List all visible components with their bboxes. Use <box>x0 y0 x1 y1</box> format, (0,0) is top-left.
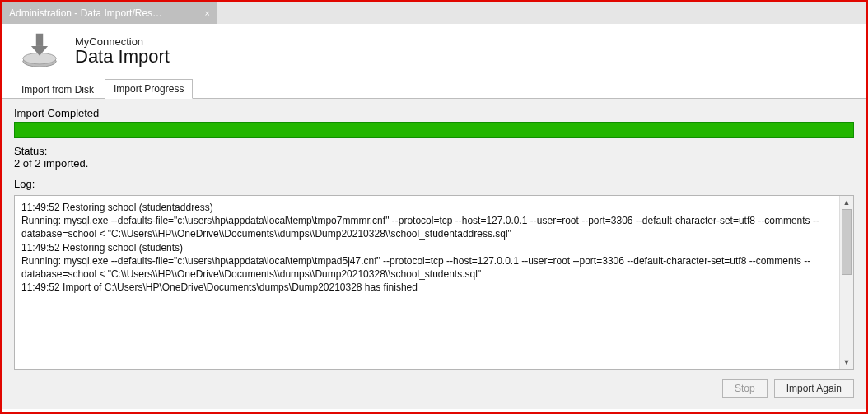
close-icon[interactable]: × <box>205 8 210 18</box>
log-scrollbar[interactable]: ▲ ▼ <box>839 196 853 369</box>
import-again-button[interactable]: Import Again <box>774 379 854 398</box>
scroll-up-icon[interactable]: ▲ <box>842 198 852 207</box>
svg-rect-2 <box>36 34 43 46</box>
log-line: 11:49:52 Import of C:\Users\HP\OneDrive\… <box>21 281 833 294</box>
scroll-thumb[interactable] <box>842 209 852 275</box>
log-line: Running: mysql.exe --defaults-file="c:\u… <box>21 214 833 240</box>
window-tab-title: Administration - Data Import/Res… <box>9 7 162 19</box>
page-title: Data Import <box>75 46 170 67</box>
stop-button[interactable]: Stop <box>722 379 768 398</box>
page-header: MyConnection Data Import <box>2 24 866 77</box>
import-progress-panel: Import Completed Status: 2 of 2 imported… <box>2 99 866 409</box>
log-line: 11:49:52 Restoring school (students) <box>21 241 833 254</box>
log-line: Running: mysql.exe --defaults-file="c:\u… <box>21 254 833 281</box>
action-buttons: Stop Import Again <box>14 379 854 398</box>
log-line: 11:49:52 Restoring school (studentaddres… <box>21 201 833 214</box>
scroll-down-icon[interactable]: ▼ <box>842 357 852 367</box>
inner-tabs: Import from Disk Import Progress <box>2 77 866 99</box>
log-box: 11:49:52 Restoring school (studentaddres… <box>14 195 854 370</box>
status-label: Status: <box>14 145 854 157</box>
window-tab-strip: Administration - Data Import/Res… × <box>2 2 866 24</box>
tab-import-from-disk[interactable]: Import from Disk <box>12 80 103 99</box>
log-text[interactable]: 11:49:52 Restoring school (studentaddres… <box>15 196 839 369</box>
tab-import-progress[interactable]: Import Progress <box>105 79 193 99</box>
import-icon <box>17 30 62 72</box>
log-label: Log: <box>14 178 854 190</box>
status-value: 2 of 2 imported. <box>14 157 854 170</box>
window-tab-data-import[interactable]: Administration - Data Import/Res… × <box>2 2 217 24</box>
progress-bar <box>14 122 854 138</box>
header-titles: MyConnection Data Import <box>75 35 170 67</box>
import-completed-label: Import Completed <box>14 107 854 119</box>
